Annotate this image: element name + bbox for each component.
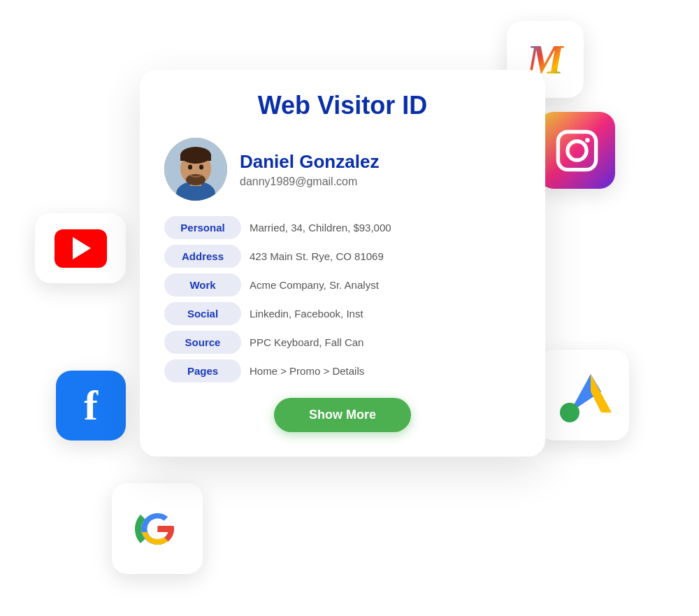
youtube-tile (35, 213, 126, 283)
row-label: Work (164, 273, 241, 296)
svg-point-2 (585, 138, 590, 143)
youtube-icon (55, 229, 107, 268)
table-row: PagesHome > Promo > Details (164, 359, 521, 382)
svg-point-5 (560, 403, 579, 422)
svg-marker-4 (591, 374, 612, 413)
scene: M f (0, 0, 699, 616)
row-value: PPC Keyboard, Fall Can (250, 336, 363, 348)
svg-point-1 (567, 141, 586, 159)
show-more-button[interactable]: Show More (274, 398, 411, 432)
row-label: Source (164, 331, 241, 354)
instagram-icon (554, 128, 600, 173)
google-tile (112, 483, 203, 574)
row-value: Linkedin, Facebook, Inst (250, 308, 363, 320)
google-ads-icon (556, 367, 612, 423)
row-label: Personal (164, 216, 241, 239)
youtube-play-icon (73, 237, 91, 259)
row-label: Pages (164, 359, 241, 382)
svg-rect-12 (180, 155, 211, 161)
table-row: SourcePPC Keyboard, Fall Can (164, 331, 521, 354)
profile-name: Daniel Gonzalez (240, 151, 379, 173)
avatar-image (164, 138, 227, 201)
svg-point-13 (186, 174, 206, 185)
table-row: Address423 Main St. Rye, CO 81069 (164, 245, 521, 268)
svg-point-15 (199, 165, 203, 170)
row-label: Social (164, 302, 241, 325)
svg-point-14 (188, 165, 192, 170)
profile-email: danny1989@gmail.com (240, 176, 379, 188)
card-title: Web Visitor ID (164, 91, 521, 120)
row-value: Married, 34, Children, $93,000 (250, 222, 391, 234)
google-icon (131, 503, 184, 555)
profile-info: Daniel Gonzalez danny1989@gmail.com (240, 151, 379, 188)
row-value: 423 Main St. Rye, CO 81069 (250, 250, 384, 262)
profile-section: Daniel Gonzalez danny1989@gmail.com (164, 138, 521, 201)
main-card: Web Visitor ID (140, 70, 545, 457)
table-row: WorkAcme Company, Sr. Analyst (164, 273, 521, 296)
row-label: Address (164, 245, 241, 268)
facebook-tile: f (56, 371, 126, 440)
table-row: SocialLinkedin, Facebook, Inst (164, 302, 521, 325)
row-value: Acme Company, Sr. Analyst (250, 279, 379, 291)
data-rows: PersonalMarried, 34, Children, $93,000Ad… (164, 216, 521, 382)
svg-rect-0 (558, 131, 596, 169)
table-row: PersonalMarried, 34, Children, $93,000 (164, 216, 521, 239)
instagram-tile (538, 112, 615, 189)
row-value: Home > Promo > Details (250, 365, 364, 377)
facebook-icon: f (84, 385, 98, 427)
google-ads-tile (538, 350, 629, 440)
avatar (164, 138, 227, 201)
